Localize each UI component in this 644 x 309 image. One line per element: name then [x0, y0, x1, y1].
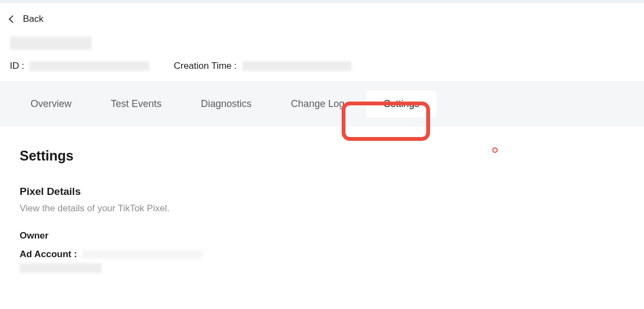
section-desc: View the details of your TikTok Pixel. [20, 203, 624, 214]
meta-row: ID : Creation Time : [10, 61, 634, 72]
tab-test-events[interactable]: Test Events [93, 91, 179, 117]
tab-label: Diagnostics [201, 98, 252, 109]
section-title: Pixel Details [20, 186, 624, 198]
creation-group: Creation Time : [174, 61, 351, 72]
back-button[interactable]: Back [0, 3, 644, 30]
ad-account-label: Ad Account : [20, 249, 77, 260]
owner-label: Owner [20, 230, 624, 241]
ad-account-inline-redacted [82, 250, 202, 259]
id-label: ID : [10, 61, 24, 72]
tab-change-log[interactable]: Change Log [273, 91, 362, 117]
ad-account-value-redacted [20, 263, 102, 273]
tab-label: Change Log [291, 98, 344, 109]
tab-bar: Overview Test Events Diagnostics Change … [0, 81, 644, 126]
page-title: Settings [20, 148, 624, 164]
chevron-left-icon [9, 15, 16, 23]
tab-label: Overview [31, 98, 71, 109]
tab-label: Test Events [111, 98, 162, 109]
tab-settings[interactable]: Settings [366, 91, 437, 117]
content-area: Settings Pixel Details View the details … [0, 126, 644, 286]
id-group: ID : [10, 61, 150, 72]
creation-value-redacted [242, 61, 351, 71]
id-value-redacted [29, 61, 150, 71]
back-label: Back [23, 14, 44, 25]
creation-label: Creation Time : [174, 61, 236, 72]
ad-account-row: Ad Account : [20, 249, 624, 260]
tab-overview[interactable]: Overview [13, 91, 89, 117]
tab-label: Settings [384, 98, 419, 109]
tab-diagnostics[interactable]: Diagnostics [183, 91, 269, 117]
meta-block: ID : Creation Time : [0, 30, 644, 81]
pixel-name-redacted [10, 37, 92, 50]
